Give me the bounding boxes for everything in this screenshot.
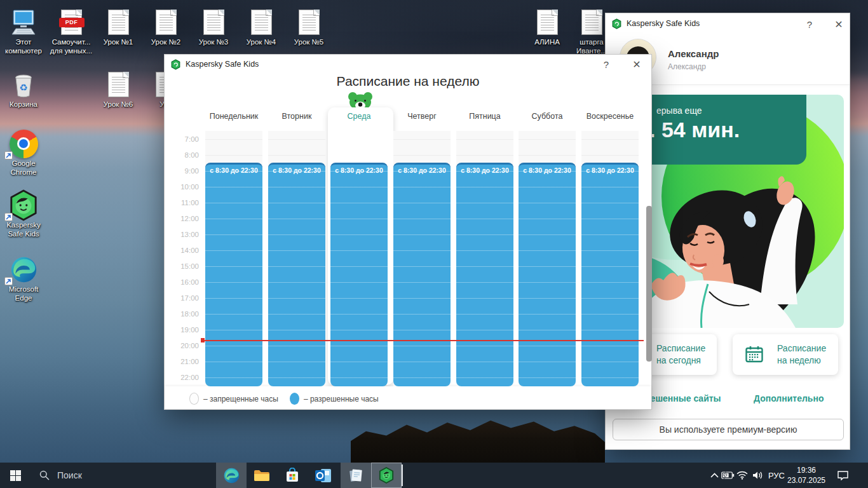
allowed-hours-bar[interactable]: с 8:30 до 22:30 xyxy=(268,163,325,386)
allowed-hours-bar[interactable]: с 8:30 до 22:30 xyxy=(456,163,513,386)
desktop-icon-label: Этот компьютер xyxy=(0,38,48,55)
bar-gridlines xyxy=(581,171,639,384)
desktop-icon-9[interactable]: ♻Корзина xyxy=(0,70,48,109)
desktop: Этот компьютерPDFСамоучит... для умных..… xyxy=(0,0,868,488)
desktop-icon-label: Kaspersky Safe Kids xyxy=(0,221,48,238)
bin-icon: ♻ xyxy=(0,70,48,99)
desktop-icon-5[interactable]: Урок №4 xyxy=(237,8,285,47)
day-column-4: с 8:30 до 22:30 xyxy=(456,131,513,386)
hour-label: 9:00 xyxy=(165,166,199,176)
allowed-hours-bar[interactable]: с 8:30 до 22:30 xyxy=(393,163,451,386)
additional-link[interactable]: Дополнительно xyxy=(754,393,824,403)
doc-icon xyxy=(94,8,142,37)
shortcut-arrow-icon xyxy=(4,151,13,159)
doc-icon xyxy=(94,70,142,99)
day-column-0: с 8:30 до 22:30 xyxy=(205,131,262,386)
profile-name: Александр xyxy=(668,48,719,59)
vertical-scrollbar[interactable] xyxy=(646,206,652,362)
desktop-icon-label: Корзина xyxy=(0,100,48,109)
allowed-hours-bar[interactable]: с 8:30 до 22:30 xyxy=(519,163,576,386)
taskbar-separator xyxy=(402,464,403,486)
taskbar-search[interactable]: Поиск xyxy=(39,463,82,488)
doc-icon xyxy=(237,8,285,37)
desktop-icon-3[interactable]: Урок №2 xyxy=(142,8,190,47)
desktop-icon-label: АЛИНА xyxy=(523,38,571,47)
schedule-today-label: Расписание на сегодня xyxy=(656,342,705,367)
desktop-icon-label: Урок №4 xyxy=(237,38,285,47)
tab-Среда[interactable]: Среда xyxy=(328,112,390,121)
taskbar-app-kaspersky[interactable] xyxy=(371,463,402,488)
tab-Вторник[interactable]: Вторник xyxy=(266,112,328,121)
chrome-icon xyxy=(0,129,48,158)
help-button[interactable]: ? xyxy=(799,15,820,34)
tab-Понедельник[interactable]: Понедельник xyxy=(203,112,265,121)
taskbar-app-store[interactable] xyxy=(277,463,308,488)
tray-battery-icon[interactable] xyxy=(720,463,735,488)
window-title: Kaspersky Safe Kids xyxy=(627,19,700,28)
tab-Пятница[interactable]: Пятница xyxy=(454,112,516,121)
legend-item: – разрешенные часы xyxy=(290,393,379,405)
computer-icon xyxy=(0,8,48,37)
edge-icon xyxy=(0,255,48,284)
allowed-hours-bar[interactable]: с 8:30 до 22:30 xyxy=(330,163,388,386)
hour-label: 20:00 xyxy=(165,341,199,351)
taskbar-app-outlook[interactable] xyxy=(308,463,338,488)
legend-label: – запрещенные часы xyxy=(203,395,278,403)
tab-Суббота[interactable]: Суббота xyxy=(516,112,578,121)
desktop-icon-12[interactable]: Google Chrome xyxy=(0,129,48,177)
desktop-icon-label: Самоучит... для умных... xyxy=(47,38,95,55)
allowed-hours-bar[interactable]: с 8:30 до 22:30 xyxy=(205,163,262,386)
desktop-icon-14[interactable]: Microsoft Edge xyxy=(0,255,48,302)
tab-Четверг[interactable]: Четверг xyxy=(391,112,453,121)
banner-time-left: . 54 мин. xyxy=(649,118,740,142)
desktop-icon-7[interactable]: АЛИНА xyxy=(523,8,571,47)
profile-subtitle: Александр xyxy=(668,62,706,71)
shortcut-arrow-icon xyxy=(4,277,13,285)
taskbar-app-edge[interactable] xyxy=(216,463,247,488)
tray-wifi-icon[interactable] xyxy=(735,463,750,488)
desktop-icon-6[interactable]: Урок №5 xyxy=(285,8,333,47)
allowed-hours-label: с 8:30 до 22:30 xyxy=(519,166,576,174)
tray-clock[interactable]: 19:36 23.07.2025 xyxy=(786,465,827,485)
desktop-icon-13[interactable]: Kaspersky Safe Kids xyxy=(0,191,48,238)
hour-label: 13:00 xyxy=(165,229,199,240)
start-button[interactable] xyxy=(0,463,31,488)
allowed-hours-bar[interactable]: с 8:30 до 22:30 xyxy=(581,163,639,386)
day-column-3: с 8:30 до 22:30 xyxy=(393,131,451,386)
kaspersky-logo-icon xyxy=(171,59,180,70)
taskbar-app-notepad[interactable] xyxy=(341,463,371,488)
tab-Воскресенье[interactable]: Воскресенье xyxy=(579,112,641,121)
desktop-icon-label: Google Chrome xyxy=(0,159,48,177)
schedule-window: Kaspersky Safe Kids ? ✕ Расписание на не… xyxy=(164,54,652,410)
search-placeholder: Поиск xyxy=(57,470,82,480)
hour-label: 14:00 xyxy=(165,245,199,255)
desktop-icon-2[interactable]: Урок №1 xyxy=(94,8,142,47)
hour-label: 7:00 xyxy=(165,134,199,144)
bar-gridlines xyxy=(456,171,513,384)
close-button[interactable]: ✕ xyxy=(828,15,850,34)
legend: – запрещенные часы– разрешенные часы xyxy=(189,393,379,405)
allowed-hours-label: с 8:30 до 22:30 xyxy=(268,166,325,174)
day-column-6: с 8:30 до 22:30 xyxy=(581,131,639,386)
taskbar: Поиск РУС 19:36 23.07.2025 xyxy=(0,463,868,488)
desktop-icon-10[interactable]: Урок №6 xyxy=(94,70,142,109)
desktop-icon-0[interactable]: Этот компьютер xyxy=(0,8,48,55)
day-column-2: с 8:30 до 22:30 xyxy=(330,131,388,386)
current-time-line xyxy=(203,340,644,341)
doc-icon xyxy=(189,8,238,37)
taskbar-app-explorer[interactable] xyxy=(247,463,277,488)
action-center-icon[interactable] xyxy=(834,463,851,488)
close-button[interactable]: ✕ xyxy=(626,55,648,74)
legend-item: – запрещенные часы xyxy=(189,393,278,405)
window-title: Kaspersky Safe Kids xyxy=(186,60,259,69)
desktop-icon-1[interactable]: PDFСамоучит... для умных... xyxy=(47,8,95,55)
hour-label: 16:00 xyxy=(165,277,199,287)
premium-version-button[interactable]: Вы используете премиум-версию xyxy=(613,419,844,440)
help-button[interactable]: ? xyxy=(595,55,617,74)
hour-label: 19:00 xyxy=(165,325,199,335)
tray-volume-icon[interactable] xyxy=(749,463,766,488)
desktop-icon-4[interactable]: Урок №3 xyxy=(189,8,238,47)
tray-language[interactable]: РУС xyxy=(767,463,786,488)
schedule-window-titlebar: Kaspersky Safe Kids xyxy=(165,55,651,74)
schedule-week-button[interactable]: Расписание на неделю xyxy=(733,334,838,375)
